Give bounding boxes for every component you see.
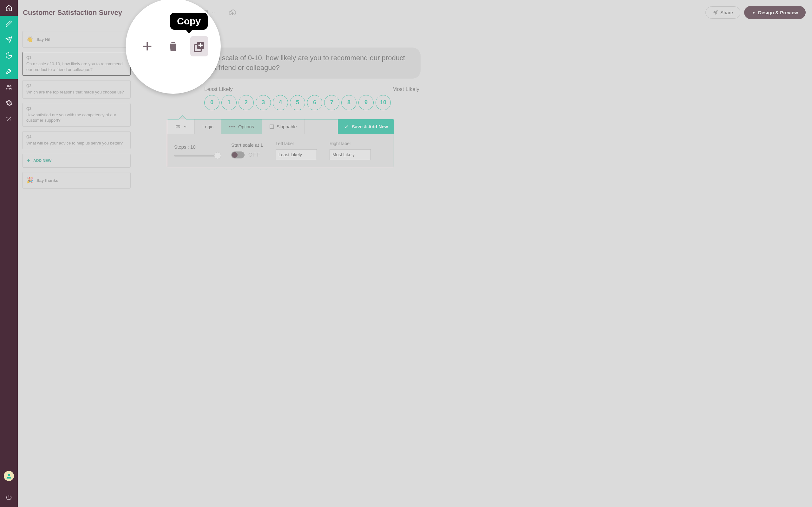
party-icon: 🎉 — [26, 177, 33, 184]
chevron-down-icon[interactable] — [211, 8, 216, 17]
scale-option[interactable]: 3 — [256, 95, 271, 110]
send-icon[interactable] — [0, 32, 18, 48]
share-label: Share — [720, 10, 733, 15]
add-button[interactable] — [138, 36, 156, 56]
copy-button[interactable] — [190, 36, 208, 56]
svg-point-2 — [8, 474, 10, 476]
slider-thumb[interactable] — [214, 152, 221, 159]
start-at-1-label: Start scale at 1 — [231, 142, 263, 148]
scale-option[interactable]: 8 — [341, 95, 357, 110]
add-new-button[interactable]: ADD NEW — [22, 154, 131, 168]
scale-row: 0 1 2 3 4 5 6 7 8 9 10 — [204, 95, 420, 110]
left-scale-label: Least Likely — [204, 86, 233, 93]
intro-label: Say Hi! — [37, 37, 50, 42]
left-label-heading: Left label — [275, 141, 317, 146]
tab-options[interactable]: ••• Options — [221, 119, 262, 134]
question-card[interactable]: Q1 On a scale of 0-10, how likely are yo… — [22, 52, 131, 76]
start-at-1-toggle[interactable] — [231, 152, 245, 158]
question-text: How satisfied are you with the competenc… — [26, 112, 126, 123]
edit-icon[interactable] — [0, 16, 18, 32]
svg-point-0 — [7, 85, 9, 87]
analytics-icon[interactable] — [0, 48, 18, 63]
power-icon[interactable] — [0, 488, 18, 507]
wave-icon: 👋 — [26, 36, 33, 43]
question-text: What will be your advice to help us serv… — [26, 140, 126, 146]
steps-slider[interactable] — [174, 155, 218, 157]
nav-rail — [0, 0, 18, 507]
settings-icon[interactable] — [0, 95, 18, 111]
question-number: Q1 — [26, 55, 126, 60]
scale-option[interactable]: 2 — [239, 95, 254, 110]
survey-title: Customer Satisfaction Survey — [23, 9, 122, 17]
left-label-input[interactable] — [275, 149, 317, 160]
main: Customer Satisfaction Survey — [18, 0, 812, 507]
thanks-label: Say thanks — [37, 178, 58, 183]
copy-tooltip: Copy — [170, 13, 208, 30]
content: 👋 Say Hi! Q1 On a scale of 0-10, how lik… — [18, 25, 812, 507]
action-bubble: Copy — [125, 0, 221, 94]
scale-option[interactable]: 5 — [290, 95, 305, 110]
scale-option[interactable]: 7 — [324, 95, 339, 110]
question-number: Q2 — [26, 83, 126, 88]
design-preview-button[interactable]: Design & Preview — [744, 6, 806, 19]
scale-option[interactable]: 6 — [307, 95, 322, 110]
tab-skippable[interactable]: Skippable — [262, 119, 305, 134]
question-card[interactable]: Q2 Which are the top reasons that made y… — [22, 80, 131, 99]
dots-icon: ••• — [229, 124, 236, 129]
design-label: Design & Preview — [758, 10, 798, 15]
right-label-heading: Right label — [329, 141, 371, 146]
steps-label: Steps : 10 — [174, 144, 218, 150]
question-text: On a scale of 0-10, how likely are you t… — [26, 61, 126, 72]
editor-panel: 1 On a scale of 0-10, how likely are you… — [135, 25, 812, 507]
prompt-text: On a scale of 0-10, how likely are you t… — [205, 54, 405, 72]
scale-option[interactable]: 1 — [221, 95, 237, 110]
share-button[interactable]: Share — [705, 6, 740, 19]
question-text: Which are the top reasons that made you … — [26, 89, 126, 95]
question-type-dropdown[interactable] — [167, 119, 195, 134]
delete-button[interactable] — [164, 36, 182, 56]
question-prompt[interactable]: 1 On a scale of 0-10, how likely are you… — [186, 48, 420, 78]
scale-option[interactable]: 9 — [358, 95, 374, 110]
scale-option[interactable]: 4 — [273, 95, 288, 110]
svg-point-1 — [9, 86, 11, 87]
question-settings: Logic ••• Options Skippable Save & Add N… — [167, 119, 394, 167]
wrench-icon[interactable] — [0, 63, 18, 79]
save-add-new-button[interactable]: Save & Add New — [338, 119, 394, 134]
avatar[interactable] — [4, 471, 14, 481]
scale-option[interactable]: 0 — [204, 95, 219, 110]
intro-card[interactable]: 👋 Say Hi! — [22, 31, 131, 48]
right-label-input[interactable] — [329, 149, 371, 160]
question-list: 👋 Say Hi! Q1 On a scale of 0-10, how lik… — [18, 25, 135, 507]
question-card[interactable]: Q4 What will be your advice to help us s… — [22, 131, 131, 150]
magic-icon[interactable] — [0, 111, 18, 127]
question-card[interactable]: Q3 How satisfied are you with the compet… — [22, 103, 131, 127]
home-icon[interactable] — [0, 0, 18, 16]
checkbox-icon — [270, 124, 274, 129]
right-scale-label: Most Likely — [392, 86, 419, 93]
scale-option[interactable]: 10 — [375, 95, 391, 110]
toggle-state: OFF — [248, 152, 261, 158]
thanks-card[interactable]: 🎉 Say thanks — [22, 172, 131, 188]
tab-logic[interactable]: Logic — [195, 119, 221, 134]
question-number: Q3 — [26, 107, 126, 111]
add-new-label: ADD NEW — [33, 158, 51, 163]
question-number: Q4 — [26, 135, 126, 139]
cloud-upload-icon[interactable] — [228, 8, 237, 17]
team-icon[interactable] — [0, 79, 18, 95]
